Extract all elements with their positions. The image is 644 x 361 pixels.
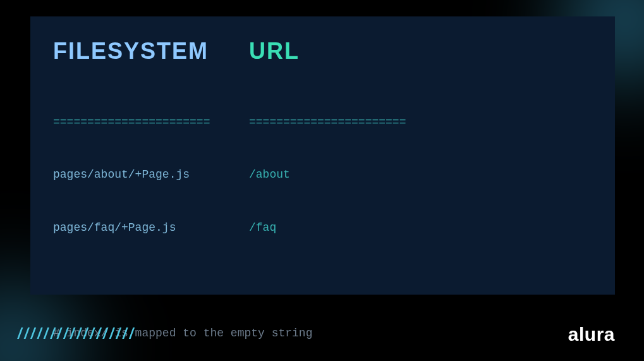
separator-right: ======================= xyxy=(249,114,592,132)
brand-logo: alura xyxy=(568,324,615,345)
routing-table-card: FILESYSTEM URL ======================= =… xyxy=(30,16,615,295)
url-path: /faq xyxy=(249,219,592,237)
fs-path: pages/faq/+Page.js xyxy=(53,219,249,237)
fs-path: pages/about/+Page.js xyxy=(53,166,249,184)
heading-filesystem: FILESYSTEM xyxy=(53,38,249,64)
column-headers: FILESYSTEM URL xyxy=(53,38,592,64)
slashes-decoration: ////////////////// xyxy=(18,326,136,343)
footer: ////////////////// alura xyxy=(0,307,644,361)
route-row: pages/faq/+Page.js /faq xyxy=(53,219,592,237)
heading-url: URL xyxy=(249,38,592,64)
url-path: /about xyxy=(249,166,592,184)
separator-left: ======================= xyxy=(53,114,249,132)
route-row: pages/about/+Page.js /about xyxy=(53,166,592,184)
